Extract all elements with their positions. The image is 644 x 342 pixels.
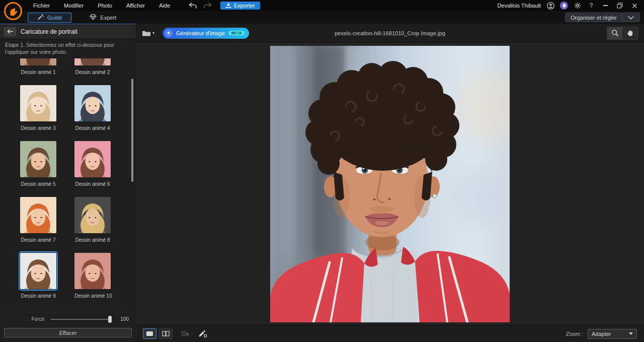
effect-label: Dessin animé 7 [20, 237, 56, 243]
zoom-dropdown[interactable]: Adapter [588, 329, 637, 339]
account-icon[interactable] [546, 2, 554, 10]
effect-item-3[interactable]: Dessin animé 3 [20, 85, 56, 131]
force-value: 100 [118, 316, 129, 322]
effect-thumbnail [20, 85, 56, 121]
app-logo-icon [4, 2, 23, 21]
effect-item-9[interactable]: Dessin animé 9 [20, 253, 56, 299]
effect-item-1[interactable]: Dessin animé 1 [20, 58, 56, 75]
undo-button[interactable] [187, 2, 198, 10]
tab-guided[interactable]: Guidé [28, 13, 71, 23]
effect-item-10[interactable]: Dessin animé 10 [74, 253, 111, 299]
help-icon[interactable]: ? [587, 2, 595, 10]
organize-adjust-button[interactable]: Organiser et régler [565, 13, 640, 22]
effect-item-4[interactable]: Dessin animé 4 [74, 85, 111, 131]
image-generator-button[interactable]: ✦ Générateur d'image BETA [163, 28, 249, 39]
pan-hand-button[interactable] [622, 27, 637, 39]
effect-label: Dessin animé 1 [20, 70, 56, 75]
effect-thumbnail [20, 58, 56, 65]
effect-thumbnail [74, 141, 111, 177]
menu-modifier[interactable]: Modifier [57, 0, 91, 11]
chevron-down-icon [627, 15, 634, 21]
user-name[interactable]: Devallois Thibault [497, 3, 541, 9]
effect-thumbnail [74, 85, 111, 121]
main-area: ▾ ✦ Générateur d'image BETA pexels-creat… [136, 24, 644, 342]
settings-gear-icon[interactable] [574, 2, 582, 10]
clear-button-area: Effacer [0, 326, 136, 342]
effect-thumbnail [20, 197, 56, 233]
effect-thumbnail [74, 253, 111, 289]
effect-thumbnail [74, 58, 111, 65]
mode-tab-row: Guidé Expert Organiser et régler [0, 11, 644, 24]
photo-preview[interactable] [270, 46, 510, 322]
maximize-button[interactable] [615, 2, 624, 10]
effects-sidebar: Caricature de portrait Étape 1. Sélectio… [0, 24, 136, 342]
split-view-button[interactable] [159, 328, 173, 339]
zoom-label: Zoom : [566, 331, 583, 337]
force-label: Force [31, 316, 44, 322]
beta-badge: BETA [228, 31, 245, 35]
main-toolbar: ▾ ✦ Générateur d'image BETA pexels-creat… [136, 24, 644, 43]
force-slider[interactable] [50, 319, 112, 320]
image-generator-label: Générateur d'image [176, 30, 225, 36]
single-view-button[interactable] [143, 328, 156, 339]
canvas-tools [607, 27, 638, 40]
clear-button[interactable]: Effacer [4, 328, 132, 337]
effect-label: Dessin animé 5 [20, 181, 56, 187]
effect-label: Dessin animé 6 [74, 181, 111, 187]
divider [622, 14, 622, 21]
effect-label: Dessin animé 4 [74, 125, 111, 131]
close-button[interactable] [630, 2, 639, 10]
content: Caricature de portrait Étape 1. Sélectio… [0, 24, 644, 342]
minimize-button[interactable] [601, 2, 610, 10]
effect-item-8[interactable]: Dessin animé 8 [74, 197, 111, 243]
effect-item-2[interactable]: Dessin animé 2 [74, 58, 111, 75]
effect-label: Dessin animé 9 [20, 293, 56, 299]
effect-item-7[interactable]: Dessin animé 7 [20, 197, 56, 243]
export-label: Exporter [234, 3, 255, 9]
effect-thumbnail [20, 141, 56, 177]
effect-thumbnail [74, 197, 111, 233]
effects-list: Dessin animé 1Dessin animé 2Dessin animé… [0, 58, 136, 312]
photodirector-window: Fichier Modifier Photo Afficher Aide Exp… [0, 0, 644, 342]
notifications-bell-icon[interactable] [560, 2, 568, 10]
effect-thumbnail [20, 253, 56, 289]
zoom-tool-button[interactable] [607, 27, 622, 39]
canvas [136, 43, 644, 325]
effect-item-5[interactable]: Dessin animé 5 [20, 141, 56, 187]
organize-adjust-label: Organiser et régler [571, 15, 617, 21]
effects-scrollbar[interactable] [131, 79, 133, 182]
instruction-text: Étape 1. Sélectionnez un effet ci-dessou… [0, 39, 136, 58]
chevron-down-icon [629, 332, 633, 335]
sidebar-header: Caricature de portrait [0, 24, 136, 39]
download-icon [225, 2, 231, 9]
history-compare-icon[interactable] [181, 330, 190, 337]
zoom-value: Adapter [592, 331, 611, 337]
open-file-button[interactable]: ▾ [142, 30, 154, 37]
ai-sparkle-icon: ✦ [165, 29, 173, 37]
menu-photo[interactable]: Photo [91, 0, 119, 11]
effect-item-6[interactable]: Dessin animé 6 [74, 141, 111, 187]
menu-fichier[interactable]: Fichier [26, 0, 57, 11]
titlebar: Fichier Modifier Photo Afficher Aide Exp… [0, 0, 644, 11]
brush-tool-icon[interactable] [198, 330, 207, 337]
redo-button[interactable] [202, 2, 213, 10]
view-mode-buttons [143, 328, 173, 339]
menu-afficher[interactable]: Afficher [119, 0, 152, 11]
force-slider-handle[interactable] [108, 316, 112, 323]
menubar: Fichier Modifier Photo Afficher Aide [26, 0, 177, 11]
tab-expert-label: Expert [100, 15, 116, 21]
chevron-down-icon: ▾ [152, 31, 154, 35]
export-button[interactable]: Exporter [220, 2, 260, 10]
filename-label: pexels-creation-hill-1681010_Crop Image.… [335, 30, 445, 36]
effect-label: Dessin animé 2 [74, 70, 111, 75]
tab-expert[interactable]: Expert [80, 13, 125, 23]
back-button[interactable] [4, 27, 16, 36]
zoom-control: Zoom : Adapter [566, 329, 637, 339]
magic-wand-icon [37, 14, 44, 21]
panel-title: Caricature de portrait [21, 28, 77, 35]
effect-label: Dessin animé 3 [20, 125, 56, 131]
menu-aide[interactable]: Aide [152, 0, 177, 11]
status-bar: Zoom : Adapter [136, 325, 644, 342]
titlebar-right: Devallois Thibault ? [497, 2, 644, 10]
effect-label: Dessin animé 8 [74, 237, 111, 243]
